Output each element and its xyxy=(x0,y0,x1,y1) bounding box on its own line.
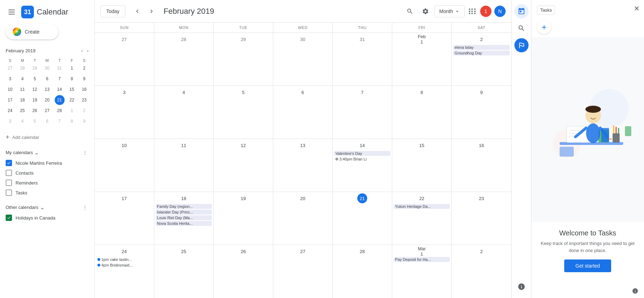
mini-day[interactable]: 14 xyxy=(55,84,65,94)
cell-date[interactable]: 2 xyxy=(477,34,487,44)
add-calendar-row[interactable]: + xyxy=(3,132,91,143)
mini-day[interactable]: 7 xyxy=(55,74,65,84)
cell-date[interactable]: 28 xyxy=(179,34,189,44)
cell-date[interactable]: 23 xyxy=(477,193,487,203)
cell-date[interactable]: 4 xyxy=(179,87,189,97)
mini-day[interactable]: 22 xyxy=(67,95,77,105)
notification-badge[interactable]: 1 xyxy=(480,6,491,17)
mini-day[interactable]: 11 xyxy=(18,84,28,94)
next-button[interactable] xyxy=(145,5,158,18)
mini-cal-prev[interactable]: ‹ xyxy=(80,47,84,55)
mini-day[interactable]: 26 xyxy=(30,106,40,116)
cell-date[interactable]: 8 xyxy=(417,87,427,97)
mini-day[interactable]: 6 xyxy=(42,116,52,126)
apps-icon[interactable] xyxy=(469,8,476,14)
mini-day[interactable]: 2 xyxy=(79,106,89,116)
mini-day[interactable]: 8 xyxy=(67,74,77,84)
mini-day[interactable]: 31 xyxy=(55,63,65,73)
side-info-icon[interactable] xyxy=(514,280,529,294)
mini-day[interactable]: 5 xyxy=(30,74,40,84)
cell-date[interactable]: 11 xyxy=(179,140,189,150)
cell-date[interactable]: 31 xyxy=(357,34,367,44)
cell-date[interactable]: 20 xyxy=(298,193,308,203)
cell-date[interactable]: 28 xyxy=(357,246,367,256)
cell-date[interactable]: 9 xyxy=(477,87,487,97)
mini-day[interactable]: 16 xyxy=(79,84,89,94)
other-calendars-header[interactable]: Other calendars ⌄ ⋮ xyxy=(3,200,91,213)
mini-day[interactable]: 30 xyxy=(42,63,52,73)
mini-day[interactable]: 2 xyxy=(79,63,89,73)
mini-day[interactable]: 28 xyxy=(18,63,28,73)
add-calendar-input[interactable] xyxy=(12,135,89,140)
mini-day[interactable]: 4 xyxy=(18,74,28,84)
cell-date[interactable]: 3 xyxy=(119,87,129,97)
calendar-item[interactable]: Contacts xyxy=(3,168,91,178)
event-chip[interactable]: Valentine's Day xyxy=(334,151,390,156)
today-button[interactable]: Today xyxy=(100,5,125,17)
cell-date[interactable]: 22 xyxy=(417,193,427,203)
mini-day[interactable]: 21 xyxy=(55,95,65,105)
calendar-item[interactable]: Nicole Martins Ferreira xyxy=(3,158,91,168)
cell-date[interactable]: 30 xyxy=(298,34,308,44)
create-button[interactable]: + Create xyxy=(6,24,59,40)
mini-day[interactable]: 1 xyxy=(67,106,77,116)
event-chip[interactable]: 3:40pm Brian Li xyxy=(334,157,390,162)
mini-day[interactable]: 3 xyxy=(5,74,15,84)
event-chip[interactable]: Pay Deposit for Ha... xyxy=(394,257,450,262)
mini-day[interactable]: 6 xyxy=(42,74,52,84)
cell-date[interactable]: 21 xyxy=(357,193,367,203)
cell-date[interactable]: 15 xyxy=(417,140,427,150)
mini-cal-next[interactable]: › xyxy=(86,47,90,55)
side-tasks-icon[interactable] xyxy=(514,38,529,52)
mini-day[interactable]: 17 xyxy=(5,95,15,105)
event-chip[interactable]: Nova Scotia Herita... xyxy=(156,221,212,226)
cell-date[interactable]: 7 xyxy=(357,87,367,97)
user-avatar[interactable]: N xyxy=(494,6,506,17)
view-selector[interactable]: Month xyxy=(435,5,465,17)
cell-date[interactable]: 14 xyxy=(357,140,367,150)
mini-day[interactable]: 4 xyxy=(18,116,28,126)
mini-day[interactable]: 24 xyxy=(5,106,15,116)
event-chip[interactable]: Family Day (region... xyxy=(156,204,212,209)
mini-day[interactable]: 29 xyxy=(30,63,40,73)
mini-day[interactable]: 27 xyxy=(5,63,15,73)
mini-day[interactable]: 9 xyxy=(79,116,89,126)
cell-date[interactable]: Mar 1 xyxy=(417,246,427,256)
event-chip[interactable]: Yukon Heritage Da... xyxy=(394,204,450,209)
tasks-close-button[interactable]: ✕ xyxy=(632,3,641,14)
cell-date[interactable]: 2 xyxy=(477,246,487,256)
mini-day[interactable]: 10 xyxy=(5,84,15,94)
calendar-item[interactable]: Reminders xyxy=(3,178,91,188)
cell-date[interactable]: 26 xyxy=(238,246,248,256)
event-chip[interactable]: Louis Riel Day (Ma... xyxy=(156,215,212,220)
mini-day[interactable]: 8 xyxy=(67,116,77,126)
get-started-button[interactable]: Get started xyxy=(564,259,611,272)
settings-button[interactable] xyxy=(419,5,432,18)
mini-day[interactable]: 5 xyxy=(30,116,40,126)
mini-day[interactable]: 20 xyxy=(42,95,52,105)
mini-day[interactable]: 27 xyxy=(42,106,52,116)
mini-day[interactable]: 9 xyxy=(79,74,89,84)
mini-day[interactable]: 13 xyxy=(42,84,52,94)
cell-date[interactable]: 5 xyxy=(238,87,248,97)
mini-day[interactable]: 15 xyxy=(67,84,77,94)
mini-day[interactable]: 7 xyxy=(55,116,65,126)
event-chip[interactable]: 1pm cake tastin... xyxy=(96,257,153,262)
prev-button[interactable] xyxy=(131,5,144,18)
cell-date[interactable]: Feb 1 xyxy=(417,34,427,44)
cell-date[interactable]: 10 xyxy=(119,140,129,150)
event-chip[interactable]: Groundhog Day xyxy=(453,51,510,55)
event-chip[interactable]: Islander Day (Princ... xyxy=(156,210,212,215)
mini-day[interactable]: 23 xyxy=(79,95,89,105)
search-button[interactable] xyxy=(404,5,416,18)
cell-date[interactable]: 18 xyxy=(179,193,189,203)
cell-date[interactable]: 27 xyxy=(119,34,129,44)
my-calendars-header[interactable]: My calendars ⌄ ⋮ xyxy=(3,146,91,158)
cell-date[interactable]: 24 xyxy=(119,246,129,256)
cell-date[interactable]: 12 xyxy=(238,140,248,150)
cell-date[interactable]: 13 xyxy=(298,140,308,150)
cell-date[interactable]: 29 xyxy=(238,34,248,44)
tasks-add-button[interactable]: + xyxy=(537,20,551,34)
event-chip[interactable]: 4pm Bridesmaid... xyxy=(96,263,153,268)
calendar-item[interactable]: Tasks xyxy=(3,188,91,198)
